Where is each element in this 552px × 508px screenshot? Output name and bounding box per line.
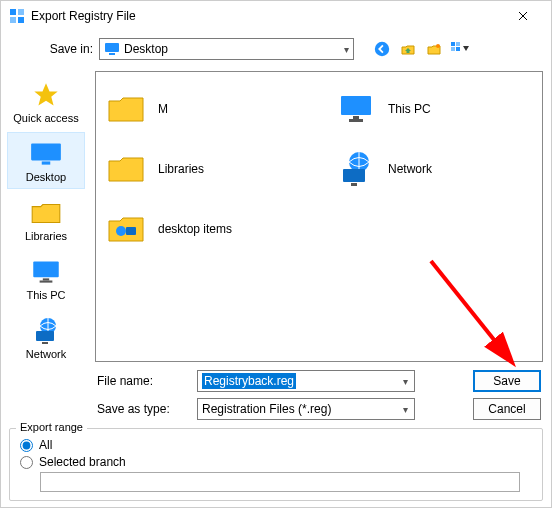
svg-point-8	[375, 42, 389, 56]
back-icon[interactable]	[372, 39, 392, 59]
svg-point-9	[436, 44, 440, 48]
svg-rect-11	[456, 42, 460, 46]
network-icon	[334, 147, 378, 191]
place-network[interactable]: Network	[7, 309, 85, 366]
svg-rect-28	[343, 169, 365, 182]
svg-rect-24	[341, 96, 371, 115]
save-button[interactable]: Save	[473, 370, 541, 392]
savein-toolbar: Save in: Desktop ▾	[1, 31, 551, 67]
savetype-combo[interactable]: Registration Files (*.reg) ▾	[197, 398, 415, 420]
savetype-label: Save as type:	[97, 402, 187, 416]
folder-item[interactable]: M	[104, 82, 274, 136]
place-libraries[interactable]: Libraries	[7, 191, 85, 248]
save-button-label: Save	[493, 374, 520, 388]
place-label: Libraries	[25, 230, 67, 242]
svg-rect-19	[43, 278, 49, 280]
svg-rect-7	[109, 53, 115, 55]
radio-selected-label: Selected branch	[39, 455, 126, 469]
dialog-title: Export Registry File	[31, 9, 503, 23]
libraries-item[interactable]: Libraries	[104, 142, 274, 196]
svg-rect-0	[10, 9, 16, 15]
svg-rect-3	[18, 17, 24, 23]
desktop-icon	[104, 41, 120, 57]
place-label: Quick access	[13, 112, 78, 124]
savein-combo[interactable]: Desktop ▾	[99, 38, 354, 60]
place-this-pc[interactable]: This PC	[7, 250, 85, 307]
radio-selected-branch[interactable]: Selected branch	[20, 455, 532, 469]
network-icon	[28, 316, 64, 346]
export-range-legend: Export range	[16, 421, 87, 433]
filename-value: Registryback.reg	[202, 373, 296, 389]
cancel-button-label: Cancel	[488, 402, 525, 416]
svg-rect-1	[18, 9, 24, 15]
export-registry-dialog: Export Registry File Save in: Desktop ▾	[0, 0, 552, 508]
file-label: desktop items	[158, 222, 232, 236]
chevron-down-icon: ▾	[344, 44, 349, 55]
regedit-icon	[9, 8, 25, 24]
folder-special-icon	[104, 207, 148, 251]
savein-value: Desktop	[124, 42, 168, 56]
place-label: Network	[26, 348, 66, 360]
svg-rect-23	[42, 342, 48, 344]
svg-rect-16	[31, 143, 61, 160]
new-folder-icon[interactable]	[424, 39, 444, 59]
svg-rect-12	[451, 47, 455, 51]
views-icon[interactable]	[450, 39, 470, 59]
savein-label: Save in:	[41, 42, 93, 56]
file-label: M	[158, 102, 168, 116]
star-icon	[28, 80, 64, 110]
folder-icon	[104, 87, 148, 131]
svg-rect-22	[36, 331, 54, 341]
filename-combo[interactable]: Registryback.reg ▾	[197, 370, 415, 392]
place-desktop[interactable]: Desktop	[7, 132, 85, 189]
close-button[interactable]	[503, 1, 543, 31]
file-label: Libraries	[158, 162, 204, 176]
radio-all-label: All	[39, 438, 52, 452]
chevron-down-icon: ▾	[396, 404, 414, 415]
svg-rect-25	[353, 116, 359, 119]
place-label: This PC	[26, 289, 65, 301]
svg-rect-18	[33, 261, 59, 277]
svg-rect-17	[42, 161, 51, 164]
place-quick-access[interactable]: Quick access	[7, 73, 85, 130]
svg-marker-15	[34, 83, 57, 105]
radio-all[interactable]: All	[20, 438, 532, 452]
file-label: Network	[388, 162, 432, 176]
network-item[interactable]: Network	[334, 142, 504, 196]
folder-icon	[104, 147, 148, 191]
svg-rect-29	[351, 183, 357, 186]
svg-rect-26	[349, 119, 363, 122]
radio-all-input[interactable]	[20, 439, 33, 452]
svg-rect-6	[105, 43, 119, 52]
titlebar: Export Registry File	[1, 1, 551, 31]
folder-item[interactable]: desktop items	[104, 202, 274, 256]
place-label: Desktop	[26, 171, 66, 183]
svg-rect-2	[10, 17, 16, 23]
chevron-down-icon: ▾	[396, 376, 414, 387]
folder-icon	[28, 198, 64, 228]
selected-branch-input[interactable]	[40, 472, 520, 492]
filename-label: File name:	[97, 374, 187, 388]
monitor-icon	[334, 87, 378, 131]
desktop-icon	[28, 139, 64, 169]
cancel-button[interactable]: Cancel	[473, 398, 541, 420]
svg-point-30	[116, 226, 126, 236]
export-range-group: Export range All Selected branch	[9, 428, 543, 501]
monitor-icon	[28, 257, 64, 287]
thispc-item[interactable]: This PC	[334, 82, 504, 136]
svg-rect-20	[40, 280, 53, 282]
svg-marker-14	[463, 46, 469, 51]
svg-rect-13	[456, 47, 460, 51]
places-bar: Quick access Desktop Libraries This PC	[1, 67, 91, 366]
file-label: This PC	[388, 102, 431, 116]
savetype-value: Registration Files (*.reg)	[198, 402, 335, 416]
radio-selected-input[interactable]	[20, 456, 33, 469]
svg-rect-10	[451, 42, 455, 46]
svg-rect-31	[126, 227, 136, 235]
up-one-level-icon[interactable]	[398, 39, 418, 59]
file-listview[interactable]: M This PC Libraries Network	[95, 71, 543, 362]
